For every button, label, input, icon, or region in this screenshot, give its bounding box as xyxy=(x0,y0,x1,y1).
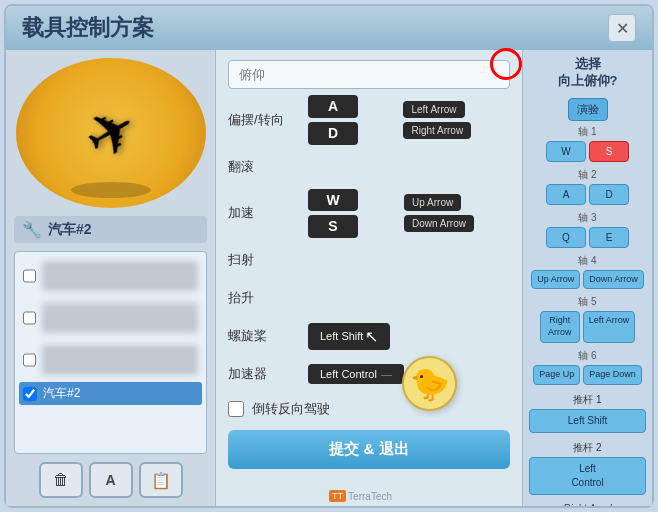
bottom-buttons: 🗑 A 📋 xyxy=(14,462,207,498)
yaw-keys: A D xyxy=(308,95,391,145)
axis-2-buttons: A D xyxy=(529,184,646,205)
list-checkbox-3[interactable] xyxy=(23,353,36,367)
axis-5-label: 轴 5 xyxy=(529,295,646,309)
vehicle-image: ✈ xyxy=(71,90,149,176)
axis-4-up-button[interactable]: Up Arrow xyxy=(531,270,580,290)
axis-5-right-button[interactable]: RightArrow xyxy=(540,311,580,342)
blurred-item-1 xyxy=(42,261,198,291)
blurred-item-2 xyxy=(42,303,198,333)
axis-4-label: 轴 4 xyxy=(529,254,646,268)
axis-1-s-button[interactable]: S xyxy=(589,141,629,162)
watermark: TT TerraTech xyxy=(329,490,392,502)
axis-5-left-button[interactable]: Left Arrow xyxy=(583,311,636,342)
axis-1-w-button[interactable]: W xyxy=(546,141,586,162)
close-button[interactable]: ✕ xyxy=(608,14,636,42)
dialog-body: ✈ 🔧 汽车#2 xyxy=(6,50,652,506)
test-btn-area: 演验 xyxy=(529,98,646,121)
copy-button[interactable]: 📋 xyxy=(139,462,183,498)
axis-2-a-button[interactable]: A xyxy=(546,184,586,205)
dialog-title: 载具控制方案 xyxy=(22,13,154,43)
vehicle-name: 汽车#2 xyxy=(48,221,92,239)
yaw-arrow-keys: Left Arrow Right Arrow xyxy=(403,101,510,139)
booster-label: 加速器 xyxy=(228,365,300,383)
pitch-input[interactable] xyxy=(228,60,510,89)
key-up-arrow[interactable]: Up Arrow xyxy=(404,194,461,211)
rotor-label: 螺旋桨 xyxy=(228,327,300,345)
lift-label: 抬升 xyxy=(228,289,300,307)
rotor-row: 螺旋桨 Left Shift↖ xyxy=(228,320,510,352)
list-item[interactable] xyxy=(19,256,202,296)
main-dialog: 载具控制方案 ✕ ✈ 🔧 汽车#2 xyxy=(4,4,654,508)
pitch-input-row xyxy=(228,60,510,89)
lift-row: 抬升 xyxy=(228,282,510,314)
list-item[interactable] xyxy=(19,340,202,380)
axis-6-pagedown-button[interactable]: Page Down xyxy=(583,365,642,385)
stick-2-button[interactable]: LeftControl xyxy=(529,457,646,495)
delete-button[interactable]: 🗑 xyxy=(39,462,83,498)
submit-button[interactable]: 提交 & 退出 xyxy=(228,430,510,469)
axis-2-d-button[interactable]: D xyxy=(589,184,629,205)
list-checkbox-2[interactable] xyxy=(23,311,36,325)
key-w[interactable]: W xyxy=(308,189,358,212)
axis-6-group: 轴 6 Page Up Page Down xyxy=(529,349,646,385)
right-panel: 选择向上俯仰? 演验 轴 1 W S 轴 2 A D xyxy=(522,50,652,506)
stick-2-label: 推杆 2 xyxy=(529,441,646,455)
key-right-arrow[interactable]: Right Arrow xyxy=(403,122,471,139)
test-button[interactable]: 演验 xyxy=(568,98,608,121)
key-s[interactable]: S xyxy=(308,215,358,238)
axis-3-q-button[interactable]: Q xyxy=(546,227,586,248)
key-a[interactable]: A xyxy=(308,95,358,118)
list-checkbox-4[interactable] xyxy=(23,387,37,401)
axis-3-e-button[interactable]: E xyxy=(589,227,629,248)
axis-6-label: 轴 6 xyxy=(529,349,646,363)
axis-5-group: 轴 5 RightArrow Left Arrow xyxy=(529,295,646,342)
vehicle-preview: ✈ xyxy=(16,58,206,208)
axis-6-pageup-button[interactable]: Page Up xyxy=(533,365,580,385)
rotor-key[interactable]: Left Shift↖ xyxy=(308,323,390,350)
vehicle-shadow xyxy=(71,182,151,198)
axis-3-buttons: Q E xyxy=(529,227,646,248)
stick-2-group: 推杆 2 LeftControl xyxy=(529,439,646,495)
roll-label: 翻滚 xyxy=(228,158,300,176)
throttle-label: 加速 xyxy=(228,204,300,222)
roll-row: 翻滚 xyxy=(228,151,510,183)
axis-2-label: 轴 2 xyxy=(529,168,646,182)
throttle-row: 加速 W S Up Arrow Down Arrow xyxy=(228,189,510,239)
throttle-keys: W S xyxy=(308,189,392,239)
axis-3-label: 轴 3 xyxy=(529,211,646,225)
wrench-icon: 🔧 xyxy=(22,220,42,239)
axis-4-buttons: Up Arrow Down Arrow xyxy=(529,270,646,290)
key-d[interactable]: D xyxy=(308,122,358,145)
key-left-arrow[interactable]: Left Arrow xyxy=(403,101,464,118)
left-panel: ✈ 🔧 汽车#2 xyxy=(6,50,216,506)
blurred-item-3 xyxy=(42,345,198,375)
stick-1-label: 推杆 1 xyxy=(529,393,646,407)
stick-1-button[interactable]: Left Shift xyxy=(529,409,646,433)
strafe-row: 扫射 xyxy=(228,244,510,276)
axis-4-group: 轴 4 Up Arrow Down Arrow xyxy=(529,254,646,290)
yaw-label: 偏摆/转向 xyxy=(228,111,300,129)
list-checkbox-1[interactable] xyxy=(23,269,36,283)
throttle-arrow-keys: Up Arrow Down Arrow xyxy=(404,194,510,232)
list-item[interactable] xyxy=(19,298,202,338)
yaw-row: 偏摆/转向 A D Left Arrow R xyxy=(228,95,510,145)
axis-5-buttons: RightArrow Left Arrow xyxy=(529,311,646,342)
dialog-header: 载具控制方案 ✕ xyxy=(6,6,652,50)
list-item-label: 汽车#2 xyxy=(43,385,80,402)
axis-4-down-button[interactable]: Down Arrow xyxy=(583,270,644,290)
reverse-checkbox-row: 倒转反向驾驶 xyxy=(228,400,510,418)
edit-button[interactable]: A xyxy=(89,462,133,498)
booster-key[interactable]: Left Control— xyxy=(308,364,404,384)
axis-6-buttons: Page Up Page Down xyxy=(529,365,646,385)
vehicle-list[interactable]: 汽车#2 xyxy=(14,251,207,454)
right-panel-title: 选择向上俯仰? xyxy=(529,56,646,90)
key-down-arrow[interactable]: Down Arrow xyxy=(404,215,474,232)
list-item-selected[interactable]: 汽车#2 xyxy=(19,382,202,405)
vehicle-label-bar: 🔧 汽车#2 xyxy=(14,216,207,243)
watermark-text: TerraTech xyxy=(348,491,392,502)
strafe-label: 扫射 xyxy=(228,251,300,269)
middle-panel: 偏摆/转向 A D Left Arrow R xyxy=(216,50,522,506)
booster-row: 加速器 Left Control— xyxy=(228,358,510,390)
axis-2-group: 轴 2 A D xyxy=(529,168,646,205)
reverse-checkbox[interactable] xyxy=(228,401,244,417)
